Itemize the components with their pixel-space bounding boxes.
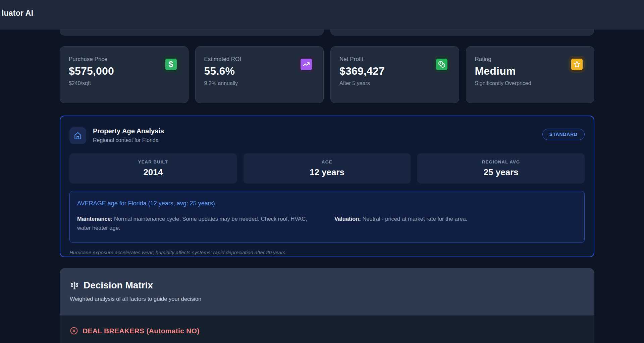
stat-sub: After 5 years — [339, 80, 450, 86]
standard-badge: STANDARD — [542, 129, 585, 140]
stats-row: Purchase Price $575,000 $240/sqft $ Esti… — [60, 46, 594, 103]
deal-breakers-section: DEAL BREAKERS (Automatic NO) — [70, 327, 584, 335]
coins-icon — [433, 56, 450, 73]
maintenance-text: Maintenance: Normal maintenance cycle. S… — [77, 214, 320, 232]
metric-regional-avg: REGIONAL AVG 25 years — [417, 153, 585, 184]
valuation-text: Valuation: Neutral - priced at market ra… — [334, 214, 577, 232]
trending-up-icon — [298, 56, 315, 73]
card-title: Property Age Analysis — [93, 127, 164, 135]
stat-sub: $240/sqft — [69, 80, 179, 86]
decision-matrix-card: Decision Matrix Weighted analysis of all… — [60, 268, 594, 343]
age-insight-box: AVERAGE age for Florida (12 years, avg: … — [69, 191, 585, 243]
metric-age: AGE 12 years — [244, 153, 411, 184]
decision-matrix-header: Decision Matrix Weighted analysis of all… — [60, 268, 594, 316]
circle-x-icon — [70, 327, 78, 335]
scales-icon — [70, 281, 79, 290]
stat-card-estimated-roi: Estimated ROI 55.6% 9.2% annually — [195, 46, 324, 103]
age-metrics-row: YEAR BUILT 2014 AGE 12 years REGIONAL AV… — [69, 153, 585, 184]
decision-matrix-subtitle: Weighted analysis of all factors to guid… — [70, 296, 584, 302]
deal-breakers-title: DEAL BREAKERS (Automatic NO) — [83, 327, 200, 335]
top-bar: luator AI — [0, 0, 644, 29]
stat-card-net-profit: Net Profit $369,427 After 5 years — [330, 46, 459, 103]
card-subtitle: Regional context for Florida — [93, 137, 164, 143]
stat-card-purchase-price: Purchase Price $575,000 $240/sqft $ — [60, 46, 189, 103]
decision-matrix-title: Decision Matrix — [84, 280, 153, 291]
stat-card-rating: Rating Medium Significantly Overpriced — [466, 46, 595, 103]
metric-year-built: YEAR BUILT 2014 — [69, 153, 237, 184]
stat-sub: Significantly Overpriced — [475, 80, 586, 86]
home-icon — [69, 127, 86, 144]
stat-sub: 9.2% annually — [204, 80, 315, 86]
property-age-analysis-card: Property Age Analysis Regional context f… — [60, 116, 594, 257]
age-footnote: Hurricane exposure accelerates wear; hum… — [69, 250, 585, 255]
star-icon — [569, 56, 585, 73]
insight-title: AVERAGE age for Florida (12 years, avg: … — [77, 200, 577, 207]
app-brand: luator AI — [2, 9, 33, 18]
dollar-icon: $ — [163, 56, 179, 73]
